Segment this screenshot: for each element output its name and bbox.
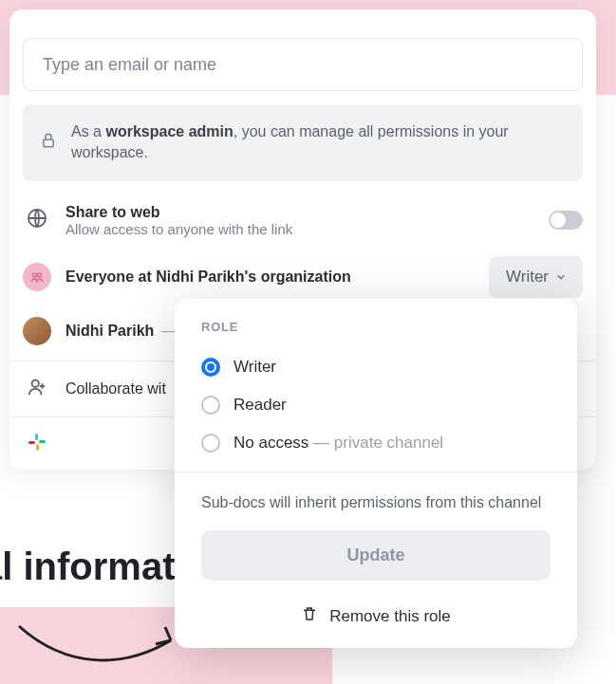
svg-rect-6 [39,440,46,443]
add-user-icon [27,377,47,401]
svg-point-2 [32,273,36,277]
org-role-value: Writer [506,268,549,287]
share-to-web-row: Share to web Allow access to anyone with… [9,194,596,247]
trash-icon [301,605,318,627]
role-option-label: Writer [233,358,276,377]
svg-rect-8 [28,441,35,444]
user-avatar [23,317,51,345]
svg-rect-0 [44,140,54,148]
remove-role-button[interactable]: Remove this role [175,592,577,648]
user-name: Nidhi Parikh [65,323,154,340]
inheritance-note: Sub-docs will inherit permissions from t… [175,472,577,530]
share-web-title: Share to web [65,204,534,221]
radio-selected-icon [201,358,220,377]
role-option-label: Reader [233,396,287,415]
role-option-noaccess[interactable]: No access — private channel [201,424,551,462]
update-button[interactable]: Update [201,530,551,581]
role-option-label: No access [233,434,308,452]
invite-input[interactable] [23,38,583,91]
radio-icon [201,396,220,415]
svg-rect-7 [36,444,39,451]
svg-rect-5 [35,434,38,440]
role-option-writer[interactable]: Writer [201,348,551,386]
share-web-subtitle: Allow access to anyone with the link [65,221,534,237]
arrow-scribble [9,617,199,683]
org-avatar [23,263,51,291]
svg-point-4 [32,379,39,386]
radio-icon [201,434,220,453]
admin-notice-prefix: As a [71,123,105,139]
role-option-suffix: — private channel [308,434,443,452]
remove-role-label: Remove this role [329,607,451,626]
svg-point-3 [38,273,42,277]
slack-icon [28,433,47,455]
admin-notice-bold: workspace admin [105,123,233,139]
org-label: Everyone at Nidhi Parikh's organization [65,268,475,286]
admin-notice: As a workspace admin, you can manage all… [23,104,583,181]
role-section-label: ROLE [201,320,551,334]
lock-icon [40,132,57,153]
collaborate-label: Collaborate wit [65,380,166,397]
chevron-down-icon [556,268,566,287]
role-option-reader[interactable]: Reader [201,386,551,424]
org-role-dropdown[interactable]: Writer [489,256,583,298]
globe-icon [26,207,48,233]
share-web-toggle[interactable] [549,211,583,230]
role-popover: ROLE Writer Reader No access — private c… [175,299,577,648]
